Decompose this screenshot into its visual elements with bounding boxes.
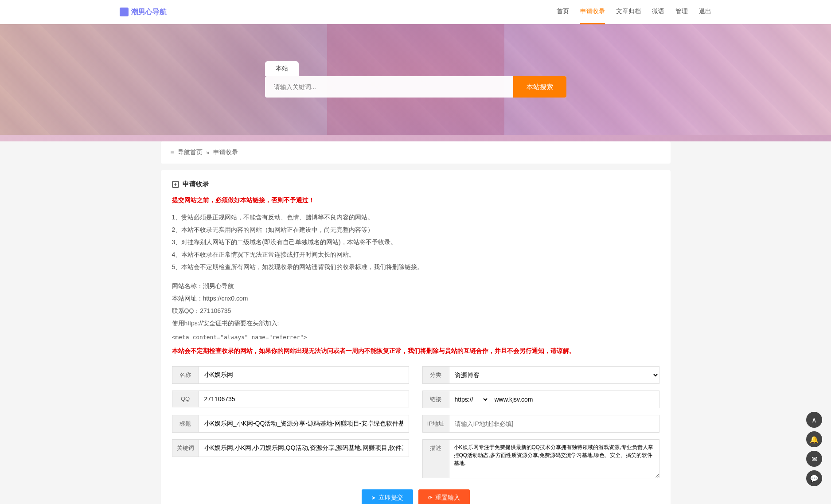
mail-icon: ✉ — [811, 455, 817, 463]
search-tab-local[interactable]: 本站 — [265, 61, 299, 76]
nav-apply[interactable]: 申请收录 — [580, 0, 605, 24]
navbar: 潮男心导航 首页 申请收录 文章归档 微语 管理 退出 — [0, 0, 831, 24]
warning-bottom: 本站会不定期检查收录的网站，如果你的网站出现无法访问或者一周内不能恢复正常，我们… — [172, 347, 659, 355]
nav-microblog[interactable]: 微语 — [652, 0, 664, 24]
plus-icon: + — [172, 181, 179, 188]
apply-panel: + 申请收录 提交网站之前，必须做好本站链接，否则不予通过！ 1、贵站必须是正规… — [161, 170, 671, 504]
nav-menu: 首页 申请收录 文章归档 微语 管理 退出 — [557, 0, 711, 24]
label-category: 分类 — [422, 366, 449, 384]
wechat-button[interactable]: 💬 — [806, 470, 822, 486]
search-input[interactable] — [265, 76, 513, 98]
label-keywords: 关键词 — [172, 439, 199, 457]
label-name: 名称 — [172, 366, 199, 384]
input-qq[interactable] — [199, 391, 409, 407]
hero-banner: 本站 本站搜索 — [0, 24, 831, 135]
label-link: 链接 — [422, 391, 449, 408]
mail-button[interactable]: ✉ — [806, 451, 822, 467]
warning-top: 提交网站之前，必须做好本站链接，否则不予通过！ — [172, 196, 659, 204]
label-desc: 描述 — [422, 439, 449, 478]
select-protocol[interactable]: https:// — [449, 391, 489, 408]
input-name[interactable] — [199, 366, 409, 384]
logo-icon — [120, 8, 129, 16]
nav-archive[interactable]: 文章归档 — [616, 0, 641, 24]
rule-item: 1、贵站必须是正规网站，不能含有反动、色情、赌博等不良内容的网站。 — [172, 211, 659, 223]
rule-item: 2、本站不收录无实用内容的网站（如网站正在建设中，尚无完整内容等） — [172, 223, 659, 236]
form-actions: ➤ 立即提交 ⟳ 重置输入 — [172, 489, 659, 504]
rule-item: 3、对挂靠别人网站下的二级域名(即没有自己单独域名的网站)，本站将不予收录。 — [172, 236, 659, 248]
textarea-desc[interactable] — [449, 439, 659, 478]
bell-icon: 🔔 — [810, 435, 819, 444]
search-wrap: 本站 本站搜索 — [265, 61, 566, 98]
info-line: 本站网址：https://cnx0.com — [172, 292, 659, 305]
input-link[interactable] — [489, 391, 659, 408]
breadcrumb-icon: ≡ — [171, 149, 174, 156]
breadcrumb: ≡ 导航首页 » 申请收录 — [161, 141, 671, 164]
field-desc: 描述 — [422, 439, 659, 478]
reset-button[interactable]: ⟳ 重置输入 — [418, 489, 470, 504]
search-box: 本站搜索 — [265, 76, 566, 98]
site-logo[interactable]: 潮男心导航 — [120, 8, 167, 17]
scroll-top-button[interactable]: ∧ — [806, 412, 822, 428]
rules-list: 1、贵站必须是正规网站，不能含有反动、色情、赌博等不良内容的网站。 2、本站不收… — [172, 211, 659, 273]
field-link: 链接 https:// — [422, 391, 659, 408]
search-tabs: 本站 — [265, 61, 566, 76]
meta-code: <meta content="always" name="referrer"> — [172, 334, 659, 340]
chevron-up-icon: ∧ — [811, 416, 817, 424]
field-keywords: 关键词 — [172, 439, 409, 457]
breadcrumb-current: 申请收录 — [213, 148, 238, 156]
submit-button[interactable]: ➤ 立即提交 — [362, 489, 413, 504]
nav-admin[interactable]: 管理 — [675, 0, 688, 24]
field-ip: IP地址 — [422, 415, 659, 433]
site-info: 网站名称：潮男心导航 本站网址：https://cnx0.com 联系QQ：27… — [172, 280, 659, 329]
label-qq: QQ — [172, 391, 199, 407]
search-button[interactable]: 本站搜索 — [513, 76, 566, 98]
field-category: 分类 资源博客 — [422, 366, 659, 384]
float-buttons: ∧ 🔔 ✉ 💬 — [806, 412, 822, 486]
field-title: 标题 — [172, 415, 409, 433]
input-ip[interactable] — [449, 415, 659, 433]
logo-text: 潮男心导航 — [131, 8, 167, 17]
label-title: 标题 — [172, 415, 199, 433]
field-name: 名称 — [172, 366, 409, 384]
info-line: 使用https://安全证书的需要在头部加入: — [172, 317, 659, 329]
submit-icon: ➤ — [371, 495, 376, 501]
info-line: 网站名称：潮男心导航 — [172, 280, 659, 292]
wechat-icon: 💬 — [810, 474, 819, 483]
field-qq: QQ — [172, 391, 409, 407]
label-ip: IP地址 — [422, 415, 449, 433]
nav-logout[interactable]: 退出 — [699, 0, 711, 24]
rule-item: 4、本站不收录在正常情况下无法正常连接或打开时间太长的网站。 — [172, 248, 659, 261]
input-keywords[interactable] — [199, 439, 409, 457]
breadcrumb-home[interactable]: 导航首页 — [178, 148, 203, 156]
info-line: 联系QQ：271106735 — [172, 305, 659, 317]
rule-item: 5、本站会不定期检查所有网站，如发现收录的网站违背我们的收录标准，我们将删除链接… — [172, 261, 659, 273]
breadcrumb-sep: » — [206, 149, 210, 156]
select-category[interactable]: 资源博客 — [449, 366, 659, 384]
notify-button[interactable]: 🔔 — [806, 431, 822, 447]
reset-icon: ⟳ — [428, 495, 433, 501]
panel-title: + 申请收录 — [172, 180, 659, 188]
input-title[interactable] — [199, 415, 409, 433]
nav-home[interactable]: 首页 — [557, 0, 569, 24]
